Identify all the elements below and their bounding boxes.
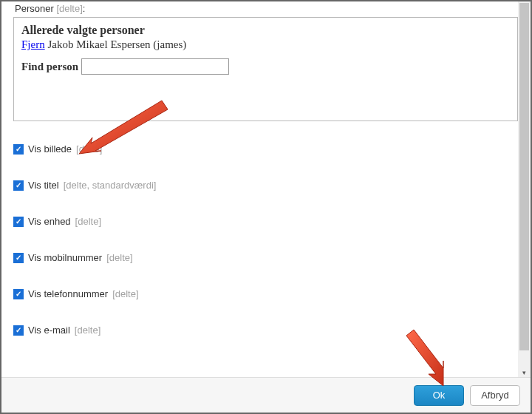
selected-person-line: Fjern Jakob Mikael Espersen (james) — [21, 38, 510, 51]
vertical-scrollbar[interactable]: ▾ — [518, 1, 531, 379]
person-name: Jakob Mikael Espersen — [47, 38, 150, 50]
checkbox-suffix: [delte, standardværdi] — [64, 180, 157, 191]
checkbox-suffix: [delte] — [76, 143, 102, 155]
find-person-input[interactable] — [81, 58, 229, 75]
checkbox-label: Vis enhed — [28, 216, 71, 227]
persons-label-text: Personer — [15, 3, 54, 14]
checkbox-row: ✓Vis billede [delte] — [13, 143, 518, 155]
checkbox-row: ✓Vis e-mail [delte] — [13, 325, 518, 336]
checkbox-suffix: [delte] — [75, 325, 100, 336]
checkbox-suffix: [delte] — [106, 252, 132, 263]
checkbox-row: ✓Vis telefonnummer [delte] — [13, 288, 518, 299]
scrollbar-thumb[interactable] — [519, 3, 529, 350]
checkbox-label: Vis telefonnummer — [28, 288, 108, 299]
checkbox-label: Vis mobilnummer — [28, 252, 102, 263]
persons-section-label: Personer [delte]: — [15, 3, 518, 14]
checkbox[interactable]: ✓ — [13, 217, 24, 227]
checkbox[interactable]: ✓ — [13, 325, 24, 336]
checkbox-row: ✓Vis enhed [delte] — [13, 216, 518, 227]
find-person-label: Find person — [21, 61, 78, 73]
persons-box-heading: Allerede valgte personer — [21, 24, 510, 37]
checkbox-row: ✓Vis titel [delte, standardværdi] — [13, 180, 518, 191]
dialog-footer: Ok Afbryd — [1, 377, 531, 413]
chevron-down-icon: ▾ — [522, 369, 526, 376]
checkbox[interactable]: ✓ — [13, 289, 24, 299]
checkbox-suffix: [delte] — [75, 216, 101, 227]
checkbox-label: Vis titel — [28, 180, 59, 191]
person-username: (james) — [153, 38, 186, 50]
checkbox[interactable]: ✓ — [13, 180, 24, 191]
checkbox-row: ✓Vis mobilnummer [delte] — [13, 252, 518, 263]
remove-person-link[interactable]: Fjern — [21, 38, 45, 50]
cancel-button[interactable]: Afbryd — [470, 385, 520, 406]
persons-box: Allerede valgte personer Fjern Jakob Mik… — [13, 17, 518, 121]
ok-button[interactable]: Ok — [414, 385, 464, 406]
dialog-content: Personer [delte]: Allerede valgte person… — [1, 1, 530, 379]
persons-label-suffix: [delte] — [56, 3, 82, 14]
checkbox-label: Vis e-mail — [28, 325, 70, 336]
find-person-row: Find person — [21, 58, 510, 75]
checkbox-label: Vis billede — [28, 143, 72, 155]
checkbox[interactable]: ✓ — [13, 253, 24, 263]
checkbox[interactable]: ✓ — [13, 144, 24, 155]
checkbox-suffix: [delte] — [112, 288, 138, 299]
